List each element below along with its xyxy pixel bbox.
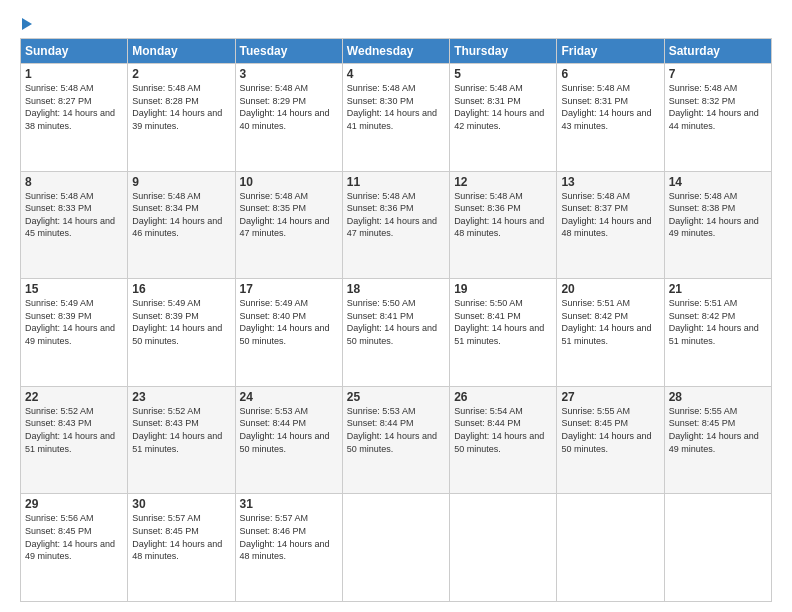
calendar-cell: 29 Sunrise: 5:56 AMSunset: 8:45 PMDaylig… [21, 494, 128, 602]
day-number: 27 [561, 390, 659, 404]
day-number: 31 [240, 497, 338, 511]
day-number: 29 [25, 497, 123, 511]
day-number: 18 [347, 282, 445, 296]
calendar-cell: 15 Sunrise: 5:49 AMSunset: 8:39 PMDaylig… [21, 279, 128, 387]
calendar-cell: 3 Sunrise: 5:48 AMSunset: 8:29 PMDayligh… [235, 64, 342, 172]
calendar-cell: 26 Sunrise: 5:54 AMSunset: 8:44 PMDaylig… [450, 386, 557, 494]
calendar-cell: 7 Sunrise: 5:48 AMSunset: 8:32 PMDayligh… [664, 64, 771, 172]
header [20, 16, 772, 30]
day-number: 2 [132, 67, 230, 81]
day-number: 19 [454, 282, 552, 296]
day-number: 7 [669, 67, 767, 81]
day-info: Sunrise: 5:48 AMSunset: 8:31 PMDaylight:… [561, 83, 651, 131]
day-number: 10 [240, 175, 338, 189]
calendar-cell: 13 Sunrise: 5:48 AMSunset: 8:37 PMDaylig… [557, 171, 664, 279]
logo-arrow-icon [22, 18, 32, 30]
day-number: 21 [669, 282, 767, 296]
day-number: 23 [132, 390, 230, 404]
day-info: Sunrise: 5:48 AMSunset: 8:36 PMDaylight:… [347, 191, 437, 239]
calendar-cell: 17 Sunrise: 5:49 AMSunset: 8:40 PMDaylig… [235, 279, 342, 387]
calendar-cell: 4 Sunrise: 5:48 AMSunset: 8:30 PMDayligh… [342, 64, 449, 172]
day-info: Sunrise: 5:49 AMSunset: 8:40 PMDaylight:… [240, 298, 330, 346]
calendar-cell: 19 Sunrise: 5:50 AMSunset: 8:41 PMDaylig… [450, 279, 557, 387]
calendar-cell: 12 Sunrise: 5:48 AMSunset: 8:36 PMDaylig… [450, 171, 557, 279]
calendar-cell: 20 Sunrise: 5:51 AMSunset: 8:42 PMDaylig… [557, 279, 664, 387]
day-number: 16 [132, 282, 230, 296]
calendar-cell: 27 Sunrise: 5:55 AMSunset: 8:45 PMDaylig… [557, 386, 664, 494]
day-info: Sunrise: 5:48 AMSunset: 8:30 PMDaylight:… [347, 83, 437, 131]
day-info: Sunrise: 5:57 AMSunset: 8:45 PMDaylight:… [132, 513, 222, 561]
day-number: 28 [669, 390, 767, 404]
day-number: 13 [561, 175, 659, 189]
day-number: 15 [25, 282, 123, 296]
day-info: Sunrise: 5:51 AMSunset: 8:42 PMDaylight:… [669, 298, 759, 346]
day-info: Sunrise: 5:52 AMSunset: 8:43 PMDaylight:… [25, 406, 115, 454]
day-info: Sunrise: 5:51 AMSunset: 8:42 PMDaylight:… [561, 298, 651, 346]
day-info: Sunrise: 5:55 AMSunset: 8:45 PMDaylight:… [669, 406, 759, 454]
calendar-cell: 11 Sunrise: 5:48 AMSunset: 8:36 PMDaylig… [342, 171, 449, 279]
calendar-week-row: 1 Sunrise: 5:48 AMSunset: 8:27 PMDayligh… [21, 64, 772, 172]
calendar-week-row: 8 Sunrise: 5:48 AMSunset: 8:33 PMDayligh… [21, 171, 772, 279]
calendar-cell: 30 Sunrise: 5:57 AMSunset: 8:45 PMDaylig… [128, 494, 235, 602]
day-info: Sunrise: 5:56 AMSunset: 8:45 PMDaylight:… [25, 513, 115, 561]
day-number: 5 [454, 67, 552, 81]
calendar-cell: 16 Sunrise: 5:49 AMSunset: 8:39 PMDaylig… [128, 279, 235, 387]
calendar-cell [664, 494, 771, 602]
day-number: 3 [240, 67, 338, 81]
day-number: 25 [347, 390, 445, 404]
weekday-header: Saturday [664, 39, 771, 64]
day-number: 30 [132, 497, 230, 511]
day-number: 9 [132, 175, 230, 189]
day-info: Sunrise: 5:48 AMSunset: 8:33 PMDaylight:… [25, 191, 115, 239]
day-info: Sunrise: 5:53 AMSunset: 8:44 PMDaylight:… [347, 406, 437, 454]
day-info: Sunrise: 5:48 AMSunset: 8:31 PMDaylight:… [454, 83, 544, 131]
day-info: Sunrise: 5:48 AMSunset: 8:29 PMDaylight:… [240, 83, 330, 131]
weekday-header: Wednesday [342, 39, 449, 64]
day-number: 4 [347, 67, 445, 81]
day-info: Sunrise: 5:48 AMSunset: 8:27 PMDaylight:… [25, 83, 115, 131]
day-number: 8 [25, 175, 123, 189]
day-info: Sunrise: 5:48 AMSunset: 8:32 PMDaylight:… [669, 83, 759, 131]
calendar-week-row: 22 Sunrise: 5:52 AMSunset: 8:43 PMDaylig… [21, 386, 772, 494]
day-info: Sunrise: 5:49 AMSunset: 8:39 PMDaylight:… [132, 298, 222, 346]
day-info: Sunrise: 5:48 AMSunset: 8:37 PMDaylight:… [561, 191, 651, 239]
calendar-cell: 23 Sunrise: 5:52 AMSunset: 8:43 PMDaylig… [128, 386, 235, 494]
day-info: Sunrise: 5:54 AMSunset: 8:44 PMDaylight:… [454, 406, 544, 454]
day-number: 11 [347, 175, 445, 189]
weekday-header: Monday [128, 39, 235, 64]
day-number: 24 [240, 390, 338, 404]
day-number: 22 [25, 390, 123, 404]
day-number: 12 [454, 175, 552, 189]
calendar-cell: 18 Sunrise: 5:50 AMSunset: 8:41 PMDaylig… [342, 279, 449, 387]
day-info: Sunrise: 5:48 AMSunset: 8:34 PMDaylight:… [132, 191, 222, 239]
day-info: Sunrise: 5:53 AMSunset: 8:44 PMDaylight:… [240, 406, 330, 454]
page: SundayMondayTuesdayWednesdayThursdayFrid… [0, 0, 792, 612]
day-number: 6 [561, 67, 659, 81]
weekday-header: Tuesday [235, 39, 342, 64]
day-info: Sunrise: 5:52 AMSunset: 8:43 PMDaylight:… [132, 406, 222, 454]
calendar-header-row: SundayMondayTuesdayWednesdayThursdayFrid… [21, 39, 772, 64]
day-info: Sunrise: 5:55 AMSunset: 8:45 PMDaylight:… [561, 406, 651, 454]
day-number: 26 [454, 390, 552, 404]
calendar-cell: 22 Sunrise: 5:52 AMSunset: 8:43 PMDaylig… [21, 386, 128, 494]
calendar-cell: 5 Sunrise: 5:48 AMSunset: 8:31 PMDayligh… [450, 64, 557, 172]
calendar: SundayMondayTuesdayWednesdayThursdayFrid… [20, 38, 772, 602]
calendar-cell: 10 Sunrise: 5:48 AMSunset: 8:35 PMDaylig… [235, 171, 342, 279]
calendar-cell: 25 Sunrise: 5:53 AMSunset: 8:44 PMDaylig… [342, 386, 449, 494]
calendar-cell: 1 Sunrise: 5:48 AMSunset: 8:27 PMDayligh… [21, 64, 128, 172]
calendar-cell: 9 Sunrise: 5:48 AMSunset: 8:34 PMDayligh… [128, 171, 235, 279]
day-info: Sunrise: 5:49 AMSunset: 8:39 PMDaylight:… [25, 298, 115, 346]
calendar-cell: 21 Sunrise: 5:51 AMSunset: 8:42 PMDaylig… [664, 279, 771, 387]
weekday-header: Sunday [21, 39, 128, 64]
calendar-cell [557, 494, 664, 602]
day-info: Sunrise: 5:48 AMSunset: 8:36 PMDaylight:… [454, 191, 544, 239]
logo [20, 16, 32, 30]
calendar-cell: 28 Sunrise: 5:55 AMSunset: 8:45 PMDaylig… [664, 386, 771, 494]
calendar-cell: 24 Sunrise: 5:53 AMSunset: 8:44 PMDaylig… [235, 386, 342, 494]
day-info: Sunrise: 5:57 AMSunset: 8:46 PMDaylight:… [240, 513, 330, 561]
day-info: Sunrise: 5:48 AMSunset: 8:35 PMDaylight:… [240, 191, 330, 239]
calendar-week-row: 15 Sunrise: 5:49 AMSunset: 8:39 PMDaylig… [21, 279, 772, 387]
calendar-cell: 2 Sunrise: 5:48 AMSunset: 8:28 PMDayligh… [128, 64, 235, 172]
calendar-cell: 14 Sunrise: 5:48 AMSunset: 8:38 PMDaylig… [664, 171, 771, 279]
calendar-cell [450, 494, 557, 602]
